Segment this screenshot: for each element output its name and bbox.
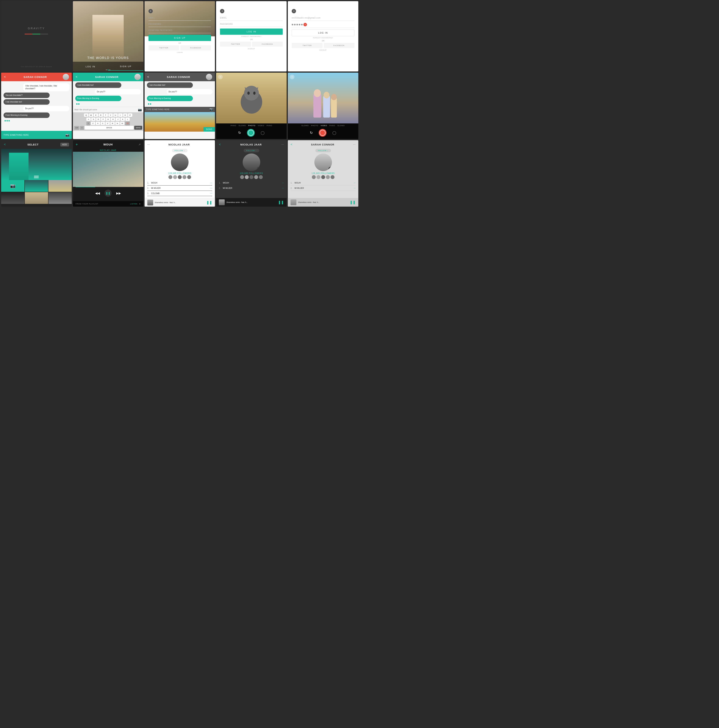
tab-pano2[interactable]: PANO [267, 125, 272, 127]
key-z[interactable]: Z [91, 122, 95, 125]
key-f[interactable]: F [101, 118, 105, 121]
rotate-icon[interactable]: ↻ [238, 131, 241, 135]
back-icon[interactable]: < [219, 143, 221, 146]
twitter-button[interactable]: TWITTER [220, 41, 251, 47]
play-pause-button[interactable]: ❚❚ [104, 190, 112, 197]
tab-slomo[interactable]: SLOMO [239, 125, 246, 127]
add-icon[interactable]: + [76, 142, 78, 147]
key-space[interactable]: SPACE [84, 126, 133, 130]
delete-button[interactable]: × [304, 23, 307, 26]
key-t[interactable]: T [104, 113, 108, 117]
key-w[interactable]: W [89, 113, 93, 117]
key-l[interactable]: L [126, 118, 130, 121]
key-p[interactable]: P [128, 113, 132, 117]
track-name[interactable]: MI MUJER [151, 187, 210, 189]
play-button[interactable]: ❚❚ [350, 200, 356, 205]
thumb-extra[interactable] [49, 192, 72, 204]
chat-input[interactable]: TYPE SOMETHING HERE [146, 109, 210, 110]
track-name[interactable]: WOUH [151, 182, 210, 184]
tab-slomo[interactable]: SLOMO [302, 125, 309, 127]
facebook-button[interactable]: FACEBOOK [324, 43, 354, 48]
key-s[interactable]: S [91, 118, 95, 121]
back-icon[interactable]: < [4, 75, 6, 79]
key-k[interactable]: K [121, 118, 125, 121]
playlist-link[interactable]: LISTEN [130, 203, 138, 205]
forgot-password-link[interactable]: FORGOT PASSWORD? [292, 37, 354, 39]
expand-icon[interactable]: ↗ [138, 143, 141, 146]
follow-button[interactable]: FOLLOW ↓ [244, 149, 259, 152]
back-button[interactable]: < [290, 75, 294, 79]
close-playlist-icon[interactable]: × [139, 202, 141, 205]
key-shift[interactable]: ⇧ [86, 122, 90, 125]
password-field[interactable]: PASSWORD [220, 21, 283, 27]
prev-button[interactable]: ◀◀ [95, 191, 100, 195]
track-options[interactable]: ··· [354, 181, 356, 184]
key-y[interactable]: Y [109, 113, 113, 117]
key-j[interactable]: J [116, 118, 120, 121]
progress-bar[interactable] [76, 187, 141, 187]
email-field[interactable]: EMAIL [149, 15, 211, 21]
key-h[interactable]: H [111, 118, 115, 121]
add-button[interactable]: ADD [60, 143, 69, 147]
key-e[interactable]: E [94, 113, 98, 117]
tab-slomo2[interactable]: SLOMO [337, 125, 345, 127]
back-icon[interactable]: < [291, 143, 292, 146]
key-delete[interactable]: ⌫ [125, 122, 130, 125]
shutter-button[interactable] [319, 129, 327, 137]
email-field[interactable]: EMAIL [220, 15, 283, 21]
play-button[interactable]: ❚❚ [206, 200, 212, 205]
hamburger-icon[interactable] [34, 176, 39, 178]
key-q[interactable]: Q [84, 113, 88, 117]
login-button[interactable]: LOG IN [220, 29, 283, 35]
camera-icon[interactable]: 📷 [66, 133, 69, 137]
tab-video[interactable]: VIDEO [258, 125, 264, 127]
tab-photo[interactable]: PHOTO [248, 125, 256, 127]
dots-menu-icon[interactable]: ··· [147, 143, 150, 146]
twitter-button[interactable]: TWITTER [149, 45, 179, 50]
rotate-icon[interactable]: ↻ [310, 131, 313, 135]
key-m[interactable]: M [120, 122, 124, 125]
key-o[interactable]: O [123, 113, 127, 117]
shutter-button[interactable] [247, 129, 255, 137]
thumb-camera[interactable]: 📷 [1, 180, 25, 192]
email-field[interactable]: emiliebadin.res@gmail.com [292, 15, 354, 21]
key-x[interactable]: X [96, 122, 100, 125]
close-button[interactable]: × [220, 9, 224, 13]
shuffle-icon[interactable]: ⤮ [185, 167, 189, 171]
key-d[interactable]: D [96, 118, 100, 121]
key-g[interactable]: G [106, 118, 110, 121]
close-button[interactable]: × [292, 9, 296, 13]
tab-pano[interactable]: PANO [330, 125, 335, 127]
track-options[interactable]: ··· [354, 187, 356, 190]
track-options[interactable]: ··· [282, 187, 284, 190]
chat-input[interactable]: Wait! We should get some [74, 109, 138, 111]
key-numbers[interactable]: 123 [74, 126, 79, 130]
follow-button[interactable]: FOLLOW ↓ [172, 149, 187, 152]
track-name[interactable]: MI MUJER [294, 187, 354, 189]
follow-button[interactable]: FOLLOW ↓ [315, 149, 331, 152]
back-icon[interactable]: < [76, 75, 77, 79]
tab-photo[interactable]: PHOTO [311, 125, 318, 127]
btn-login[interactable]: LOG IN [73, 63, 108, 70]
twitter-button[interactable]: TWITTER [292, 43, 322, 48]
track-name[interactable]: MI MUJER [223, 187, 282, 189]
btn-signup[interactable]: SIGN UP [108, 63, 143, 71]
signup-button[interactable]: SIGN UP [149, 35, 211, 41]
track-name[interactable]: WOUH [294, 182, 354, 184]
shuffle-icon[interactable]: ⤮ [257, 167, 260, 171]
facebook-button[interactable]: FACEBOOK [180, 45, 211, 50]
key-c[interactable]: C [101, 122, 105, 125]
key-i[interactable]: I [118, 113, 123, 117]
thumb-portrait[interactable] [25, 180, 48, 192]
next-button[interactable]: ▶▶ [116, 191, 121, 195]
thumb-blonde[interactable] [49, 180, 72, 192]
track-options[interactable]: ··· [210, 192, 212, 195]
facebook-button[interactable]: FACEBOOK [252, 41, 283, 47]
key-v[interactable]: V [106, 122, 110, 125]
track-options[interactable]: ··· [210, 187, 212, 190]
key-emoji[interactable]: ☺ [80, 126, 84, 130]
track-options[interactable]: ··· [282, 181, 284, 184]
tab-video[interactable]: VIDEO [320, 125, 327, 127]
password-field[interactable]: PASSWORD [149, 21, 211, 27]
play-button[interactable]: ❚❚ [278, 200, 284, 205]
